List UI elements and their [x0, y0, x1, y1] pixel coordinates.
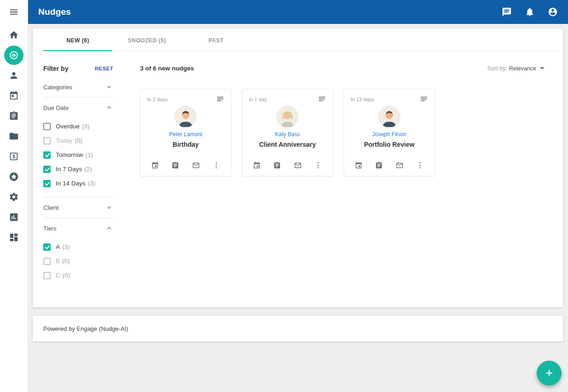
- card-actions: [351, 161, 428, 170]
- avatar[interactable]: [276, 106, 299, 128]
- nudge-card-list: In 2 days: [140, 89, 545, 176]
- calendar-icon[interactable]: [355, 161, 363, 169]
- account-icon[interactable]: [548, 7, 558, 17]
- menu-icon[interactable]: [4, 2, 23, 22]
- chevron-down-icon: [105, 83, 113, 91]
- checkbox[interactable]: [43, 151, 51, 159]
- tasks-icon: [9, 111, 19, 121]
- sidebar-item-contacts[interactable]: [4, 66, 23, 85]
- tiers-options: A (3) B (0) C (0): [43, 238, 113, 289]
- tab-snoozed[interactable]: SNOOZED (5): [112, 29, 182, 51]
- nudge-type: Birthday: [147, 141, 224, 148]
- filter-option-in-14-days[interactable]: In 14 Days (3): [43, 176, 113, 190]
- sidebar-item-calendar[interactable]: [4, 86, 23, 105]
- avatar[interactable]: [175, 106, 197, 128]
- chat-icon[interactable]: [502, 7, 512, 17]
- filter-section-due-date[interactable]: Due Date: [43, 98, 113, 118]
- nudge-card: In 1 day: [242, 89, 333, 176]
- client-name-link[interactable]: Peter Lamont: [147, 131, 224, 138]
- page-title: Nudges: [38, 7, 71, 17]
- notes-icon[interactable]: [216, 95, 224, 104]
- assignment-icon[interactable]: [375, 161, 383, 169]
- due-date-options: Overdue (3) Today (0) Tomorrow: [43, 118, 113, 197]
- notes-icon[interactable]: [420, 95, 428, 104]
- more-vert-icon[interactable]: [212, 161, 220, 169]
- card-actions: [249, 161, 326, 170]
- filter-panel: Filter by RESET Categories Due Date: [43, 51, 113, 307]
- dashboard-icon: [9, 232, 19, 242]
- filter-option-tier-c[interactable]: C (0): [43, 268, 113, 282]
- add-nudge-fab[interactable]: [537, 361, 562, 386]
- contacts-icon: [9, 70, 19, 81]
- checkbox[interactable]: [43, 166, 51, 173]
- filter-title: Filter by: [43, 65, 68, 72]
- checkbox[interactable]: [43, 243, 51, 251]
- client-name-link[interactable]: Katy Bass: [249, 131, 326, 138]
- sort-dropdown[interactable]: Sort by: Relevance: [487, 65, 545, 72]
- filter-option-tier-a[interactable]: A (3): [43, 240, 113, 254]
- reset-filters-button[interactable]: RESET: [95, 66, 113, 71]
- more-vert-icon[interactable]: [416, 161, 424, 169]
- sort-value: Relevance: [509, 65, 536, 72]
- checkbox[interactable]: [43, 272, 51, 279]
- results-area: 3 of 6 new nudges Sort by: Relevance: [113, 51, 563, 307]
- tab-new[interactable]: NEW (6): [43, 29, 112, 51]
- filter-option-today[interactable]: Today (0): [43, 133, 113, 148]
- sidebar-item-settings[interactable]: [4, 187, 23, 207]
- calendar-icon: [9, 91, 19, 101]
- tab-past[interactable]: PAST: [182, 29, 251, 51]
- app-header: Nudges: [28, 0, 568, 24]
- checkbox[interactable]: [43, 258, 51, 265]
- avatar[interactable]: [378, 106, 400, 128]
- results-summary: 3 of 6 new nudges: [140, 65, 194, 72]
- sidebar: $: [0, 0, 28, 392]
- sidebar-item-reports[interactable]: [4, 208, 23, 227]
- home-icon: [9, 30, 19, 40]
- mail-icon[interactable]: [294, 161, 302, 169]
- calendar-icon[interactable]: [151, 161, 159, 169]
- nudge-card: In 2 days: [140, 89, 231, 176]
- mail-icon[interactable]: [396, 161, 404, 169]
- chevron-up-icon: [105, 224, 113, 232]
- client-name-link[interactable]: Joseph Filson: [351, 131, 428, 138]
- header-actions: [502, 7, 558, 17]
- sort-by-label: Sort by:: [487, 65, 507, 72]
- assignment-icon[interactable]: [273, 161, 281, 169]
- billing-icon: $: [9, 151, 19, 161]
- sidebar-item-home[interactable]: [4, 25, 23, 45]
- due-label: In 2 days: [147, 95, 168, 102]
- checkbox[interactable]: [43, 123, 51, 130]
- filter-option-overdue[interactable]: Overdue (3): [43, 119, 113, 133]
- filter-option-in-7-days[interactable]: In 7 Days (2): [43, 162, 113, 176]
- nudge-type: Client Anniversary: [249, 141, 326, 148]
- chevron-up-icon: [105, 104, 113, 112]
- sidebar-item-billing[interactable]: $: [4, 147, 23, 166]
- more-vert-icon[interactable]: [314, 161, 322, 169]
- reports-icon: [9, 212, 19, 222]
- checkbox[interactable]: [43, 137, 51, 144]
- filter-section-tiers[interactable]: Tiers: [43, 218, 113, 238]
- filter-option-tomorrow[interactable]: Tomorrow (1): [43, 148, 113, 162]
- filter-section-client[interactable]: Client: [43, 197, 113, 218]
- sidebar-item-documents[interactable]: [4, 127, 23, 146]
- plus-icon: [544, 368, 555, 379]
- tab-bar: NEW (6) SNOOZED (5) PAST: [33, 29, 563, 51]
- due-label: In 13 days: [351, 95, 374, 102]
- favorites-icon: [9, 172, 19, 182]
- notes-icon[interactable]: [318, 95, 326, 104]
- mail-icon[interactable]: [192, 161, 200, 169]
- card-actions: [147, 161, 224, 170]
- assignment-icon[interactable]: [171, 161, 179, 169]
- sidebar-item-tasks[interactable]: [4, 106, 23, 126]
- filter-option-tier-b[interactable]: B (0): [43, 254, 113, 268]
- sidebar-item-nudges[interactable]: [4, 46, 23, 65]
- sidebar-item-favorites[interactable]: [4, 167, 23, 186]
- nudge-type: Portfolio Review: [351, 141, 428, 148]
- documents-icon: [9, 131, 19, 141]
- chevron-down-icon: [105, 203, 113, 212]
- checkbox[interactable]: [43, 180, 51, 187]
- sidebar-item-dashboard[interactable]: [4, 228, 23, 247]
- filter-section-categories[interactable]: Categories: [43, 77, 113, 97]
- notifications-icon[interactable]: [525, 7, 535, 17]
- calendar-icon[interactable]: [253, 161, 261, 169]
